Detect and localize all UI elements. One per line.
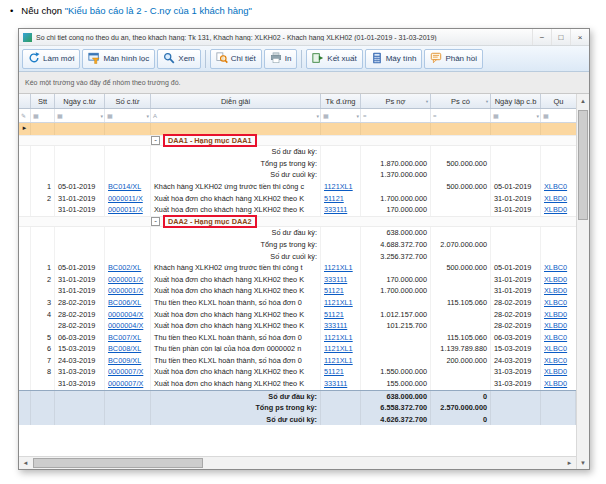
column-header-quyen[interactable]: Qu [541,94,576,108]
data-row[interactable]: 28-02-20190000004/XXuất hóa đơn cho khác… [19,320,576,332]
book-link[interactable]: XLBD0 [544,321,567,330]
data-row[interactable]: 428-02-20190000004/XXuất hóa đơn cho khá… [19,309,576,321]
account-link[interactable]: 51121 [324,286,344,295]
filter-cell-stt[interactable]: ▦ [31,109,55,122]
account-link[interactable]: 1121XL1 [324,344,353,353]
column-header-ps-co[interactable]: Ps có▼ [431,94,491,108]
account-link[interactable]: 51121 [324,367,344,376]
data-row[interactable]: 31-01-20190000001/XXuất hóa đơn cho khác… [19,285,576,297]
book-link[interactable]: XLBC0 [544,263,567,272]
data-row[interactable]: 328-02-2019BC006/XLThu tiền theo KLXL ho… [19,297,576,309]
book-link[interactable]: XLBC0 [544,344,567,353]
account-link[interactable]: 333111 [324,205,347,214]
doc-number-link[interactable]: 0000007/X [108,379,143,388]
horizontal-scrollbar-thumb[interactable] [33,458,203,468]
doc-number-link[interactable]: 0000004/X [108,321,143,330]
toolbar-button-may-tinh[interactable]: Máy tính [365,49,423,69]
filter-cell-ngay-lap[interactable]: ▦▾ [491,109,541,122]
group-summary-row[interactable]: Số dư cuối kỳ:1.370.000.000 [19,169,576,181]
data-row[interactable]: 724-03-2019BC009/XLThu tiền theo KLXL ho… [19,355,576,367]
dropdown-caret-icon[interactable]: ▾ [536,113,539,119]
data-row[interactable]: 231-01-20190000011/XXuất hóa đơn cho khá… [19,193,576,205]
toolbar-button-xem[interactable]: Xem [157,49,200,69]
doc-number-link[interactable]: BC014/XL [108,182,141,191]
doc-number-link[interactable]: BC006/XL [108,298,141,307]
column-header-dien-giai[interactable]: Diễn giải [151,94,321,108]
filter-cell-ngay-ctu[interactable]: ▦▾ [55,109,105,122]
account-link[interactable]: 1121XL1 [324,182,353,191]
book-link[interactable]: XLBD0 [544,194,567,203]
toolbar-button-man-hinh-loc[interactable]: Màn hình lọc [82,49,155,69]
filter-cell-quyen[interactable]: ▦ [541,109,576,122]
filter-cell-indicator[interactable]: ✎ [19,109,31,122]
group-row-daa1[interactable]: -DAA1 - Hạng mục DAA1 [19,135,576,147]
data-row[interactable]: 105-01-2019BC002/XLKhách hàng XLKH02 ứng… [19,262,576,274]
dropdown-caret-icon[interactable]: ▾ [356,113,359,119]
column-header-stt[interactable]: Stt [31,94,55,108]
doc-number-link[interactable]: BC008/XL [108,344,141,353]
scroll-right-arrow-icon[interactable]: ► [563,457,576,470]
doc-number-link[interactable]: BC002/XL [108,263,141,272]
account-link[interactable]: 333111 [324,379,347,388]
dropdown-caret-icon[interactable]: ▾ [146,113,149,119]
book-link[interactable]: XLBD0 [544,379,567,388]
data-row[interactable]: 31-01-20190000011/XXuất hóa đơn cho khác… [19,204,576,216]
column-header-ngay-ctu[interactable]: Ngày c.từ [55,94,105,108]
data-row[interactable]: 506-03-2019BC007/XLThu tiền theo KLXL ho… [19,332,576,344]
dropdown-caret-icon[interactable]: ▾ [100,113,103,119]
group-summary-row[interactable]: Số dư đầu kỳ: [19,146,576,158]
filter-icon[interactable]: ▼ [485,99,489,104]
doc-number-link[interactable]: 0000004/X [108,310,143,319]
doc-number-link[interactable]: 0000001/X [108,275,143,284]
toolbar-button-phan-hoi[interactable]: Phản hồi [424,49,483,69]
filter-cell-tk-dung[interactable]: ▦▾ [321,109,361,122]
minimize-button[interactable]: − [532,29,551,45]
scroll-down-arrow-icon[interactable]: ▼ [577,456,589,469]
collapse-expander-icon[interactable]: - [151,217,160,226]
account-link[interactable]: 1121XL1 [324,263,353,272]
current-row[interactable]: ► [19,123,576,135]
group-summary-row[interactable]: Tổng ps trong kỳ:1.870.000.000500.000.00… [19,158,576,170]
doc-number-link[interactable]: BC009/XL [108,356,141,365]
data-row[interactable]: 615-03-2019BC008/XLThu tiền phần còn lại… [19,343,576,355]
doc-number-link[interactable]: BC007/XL [108,333,141,342]
scroll-up-arrow-icon[interactable]: ▲ [577,94,589,107]
account-link[interactable]: 51121 [324,310,344,319]
group-summary-row[interactable]: Số dư cuối kỳ:3.256.372.700 [19,251,576,263]
doc-number-link[interactable]: 0000001/X [108,286,143,295]
filter-icon[interactable]: ▼ [425,99,429,104]
toolbar-button-ket-xuat[interactable]: Kết xuất [306,49,362,69]
filter-cell-ps-co[interactable]: = [431,109,491,122]
filter-cell-dien-giai[interactable]: A▾ [151,109,321,122]
data-row[interactable]: 831-03-20190000007/XXuất hóa đơn cho khá… [19,366,576,378]
data-row[interactable]: 105-01-2019BC014/XLKhách hàng XLKH02 ứng… [19,181,576,193]
close-button[interactable]: × [570,29,589,45]
filter-cell-ps-no[interactable]: = [361,109,431,122]
maximize-button[interactable]: □ [551,29,570,45]
book-link[interactable]: XLBD0 [544,205,567,214]
column-header-so-ctu[interactable]: Số c.từ [105,94,151,108]
toolbar-button-lam-moi[interactable]: Làm mới [22,49,80,69]
group-summary-row[interactable]: Số dư đầu kỳ:638.000.000 [19,227,576,239]
doc-number-link[interactable]: 0000011/X [108,194,143,203]
book-link[interactable]: XLBC0 [544,333,567,342]
group-summary-row[interactable]: Tổng ps trong kỳ:4.688.372.7002.070.000.… [19,239,576,251]
column-header-tk-dung[interactable]: Tk đ.ứng [321,94,361,108]
book-link[interactable]: XLBC0 [544,182,567,191]
vertical-scrollbar-thumb[interactable] [578,110,588,220]
book-link[interactable]: XLBD0 [544,286,567,295]
account-link[interactable]: 1121XL1 [324,333,353,342]
toolbar-button-chi-tiet[interactable]: Chi tiết [210,49,262,69]
column-header-ps-no[interactable]: Ps nợ▼ [361,94,431,108]
filter-cell-so-ctu[interactable]: ▦▾ [105,109,151,122]
collapse-expander-icon[interactable]: - [151,136,160,145]
book-link[interactable]: XLBC0 [544,356,567,365]
account-link[interactable]: 333111 [324,275,347,284]
doc-number-link[interactable]: 0000007/X [108,367,143,376]
book-link[interactable]: XLBC0 [544,298,567,307]
scroll-left-arrow-icon[interactable]: ◄ [19,457,32,470]
account-link[interactable]: 51121 [324,194,344,203]
vertical-scrollbar[interactable]: ▲ ▼ [576,94,589,469]
account-link[interactable]: 333111 [324,321,347,330]
horizontal-scrollbar[interactable]: ◄ ► [19,456,576,469]
